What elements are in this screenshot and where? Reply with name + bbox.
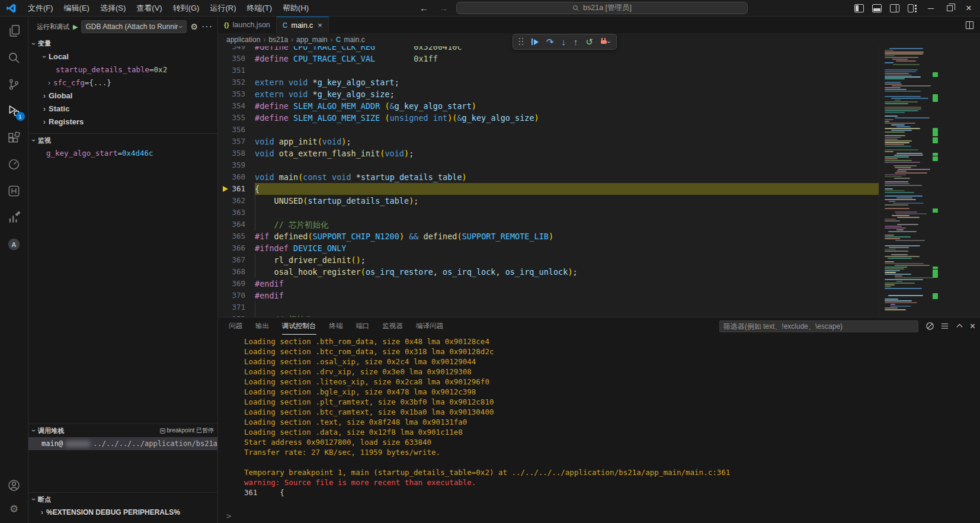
line-number[interactable]: 371	[218, 301, 255, 313]
source-control-icon[interactable]	[6, 76, 23, 92]
code-line-350[interactable]: 350#define CPU_TRACE_CLK_VAL 0x1ff	[218, 53, 879, 65]
menu-item-4[interactable]: 转到(G)	[168, 0, 205, 17]
extensions-icon[interactable]	[6, 129, 23, 146]
line-number[interactable]: 369	[218, 278, 255, 290]
configure-gear-icon[interactable]: ⚙	[190, 22, 198, 31]
views-list-icon[interactable]	[940, 322, 949, 331]
settings-gear-icon[interactable]: ⚙	[6, 500, 23, 517]
line-number[interactable]: 361	[218, 183, 255, 195]
line-number[interactable]: 364	[218, 219, 255, 230]
line-number[interactable]: 368	[218, 266, 255, 278]
toolbar-drag-handle[interactable]	[519, 38, 524, 46]
ai-assistant-icon[interactable]: A	[6, 236, 23, 252]
code-line-361[interactable]: 361{	[218, 183, 879, 195]
chevron-down-icon[interactable]: ›	[606, 41, 613, 43]
code-line-351[interactable]: 351	[218, 65, 879, 76]
code-line-365[interactable]: 365#if defined(SUPPORT_CHIP_N1200) && de…	[218, 230, 879, 242]
console-filter-input[interactable]	[719, 320, 918, 332]
step-into-icon[interactable]: ↓	[562, 37, 566, 46]
start-debug-icon[interactable]: ▶	[73, 23, 78, 31]
code-editor[interactable]: 349#define CPU_TRACE_CLK_REG 0x5200410c3…	[218, 46, 879, 317]
debug-console-output[interactable]: Loading section .bth_rom_data, size 0x48…	[218, 335, 980, 509]
line-number[interactable]: 357	[218, 136, 255, 147]
timer-tool-icon[interactable]	[6, 156, 23, 172]
code-line-366[interactable]: 366#ifndef DEVICE_ONLY	[218, 242, 879, 254]
line-number[interactable]: 351	[218, 65, 255, 76]
scope-local[interactable]: › Local	[28, 50, 217, 63]
code-line-358[interactable]: 358void ota_extern_flash_init(void);	[218, 147, 879, 159]
line-number[interactable]: 372	[218, 313, 255, 317]
code-line-369[interactable]: 369#endif	[218, 278, 879, 290]
explorer-icon[interactable]	[6, 23, 23, 39]
tab-main-c[interactable]: C main.c ×	[277, 17, 329, 33]
line-number[interactable]: 367	[218, 254, 255, 266]
panel-tab-4[interactable]: 端口	[356, 317, 370, 335]
variable-row-sfc-cfg[interactable]: › sfc_cfg = {...}	[28, 76, 217, 89]
breakpoint-group-row[interactable]: › %EXTENSION DEBUG PERIPHERALS%	[28, 506, 217, 519]
close-button[interactable]: ×	[960, 1, 978, 16]
minimap[interactable]	[879, 46, 980, 317]
code-line-352[interactable]: 352extern void *g_key_algo_start;	[218, 76, 879, 88]
split-editor-icon[interactable]	[965, 21, 974, 30]
close-tab-icon[interactable]: ×	[318, 21, 322, 30]
line-number[interactable]: 359	[218, 159, 255, 171]
code-line-363[interactable]: 363	[218, 207, 879, 219]
maximize-panel-icon[interactable]	[955, 322, 964, 331]
vendor-tool-icon[interactable]	[6, 182, 23, 199]
code-line-364[interactable]: 364 // 芯片初始化	[218, 219, 879, 230]
restart-icon[interactable]: ↺	[586, 37, 594, 46]
scope-registers[interactable]: › Registers	[28, 115, 217, 129]
toggle-sidebar-icon[interactable]	[851, 1, 867, 16]
breadcrumb-item[interactable]: bs21a	[268, 36, 288, 44]
line-number[interactable]: 360	[218, 171, 255, 183]
breadcrumb-item[interactable]: app_main	[296, 36, 328, 44]
panel-tab-2[interactable]: 调试控制台	[282, 317, 316, 335]
close-panel-icon[interactable]: ×	[970, 321, 975, 332]
watch-row-g-key-algo-start[interactable]: g_key_algo_start = 0x4d46c	[28, 147, 217, 160]
search-sidebar-icon[interactable]	[6, 49, 23, 66]
panel-tab-6[interactable]: 编译问题	[416, 317, 443, 335]
menu-item-1[interactable]: 编辑(E)	[59, 0, 95, 17]
toggle-secondary-sidebar-icon[interactable]	[886, 1, 903, 16]
code-line-353[interactable]: 353extern void *g_key_algo_size;	[218, 88, 879, 100]
history-back-icon[interactable]: ←	[417, 3, 431, 13]
line-number[interactable]: 370	[218, 290, 255, 301]
run-and-debug-icon[interactable]: 1	[6, 102, 23, 119]
minimize-button[interactable]: ─	[922, 1, 940, 16]
restore-button[interactable]	[941, 1, 959, 16]
menu-item-3[interactable]: 查看(V)	[131, 0, 167, 17]
clear-console-icon[interactable]	[925, 322, 934, 331]
watch-section-header[interactable]: › 监视	[28, 133, 217, 147]
variable-row-startup-details-table[interactable]: startup_details_table = 0x2	[28, 63, 217, 76]
menu-item-6[interactable]: 终端(T)	[241, 0, 277, 17]
code-line-356[interactable]: 356	[218, 124, 879, 136]
code-line-368[interactable]: 368 osal_hook_register(os_irq_restore, o…	[218, 266, 879, 278]
tab-launch-json[interactable]: {} launch.json	[218, 17, 277, 33]
line-number[interactable]: 362	[218, 195, 255, 207]
analytics-tool-icon[interactable]	[6, 209, 23, 226]
breadcrumb-item[interactable]: main.c	[344, 36, 364, 44]
launch-config-dropdown[interactable]: GDB Attach (Attach to Running Proc ›	[81, 20, 187, 33]
panel-tab-1[interactable]: 输出	[255, 317, 269, 335]
code-line-372[interactable]: 372 // 初始化	[218, 313, 879, 317]
history-forward-icon[interactable]: →	[437, 3, 450, 13]
code-line-371[interactable]: 371	[218, 301, 879, 313]
account-icon[interactable]	[6, 477, 23, 493]
line-number[interactable]: 356	[218, 124, 255, 136]
customize-layout-icon[interactable]	[904, 1, 921, 16]
menu-item-5[interactable]: 运行(R)	[204, 0, 241, 17]
panel-tab-5[interactable]: 监视器	[383, 317, 403, 335]
panel-tab-3[interactable]: 终端	[329, 317, 343, 335]
breakpoints-section-header[interactable]: › 断点	[28, 492, 217, 506]
breadcrumb-item[interactable]: application	[226, 36, 260, 44]
code-line-357[interactable]: 357void app_init(void);	[218, 136, 879, 147]
more-actions-icon[interactable]: ···	[201, 21, 213, 32]
code-line-360[interactable]: 360void main(const void *startup_details…	[218, 171, 879, 183]
debug-console-input[interactable]: >	[218, 509, 980, 523]
line-number[interactable]: 352	[218, 76, 255, 88]
line-number[interactable]: 358	[218, 147, 255, 159]
continue-icon[interactable]	[531, 38, 539, 45]
callstack-section-header[interactable]: › 调用堆栈 breakpoint 已暂停	[28, 423, 217, 437]
code-line-354[interactable]: 354#define SLEM_ALGO_MEM_ADDR (&g_key_al…	[218, 100, 879, 112]
variables-section-header[interactable]: › 变量	[28, 37, 217, 50]
